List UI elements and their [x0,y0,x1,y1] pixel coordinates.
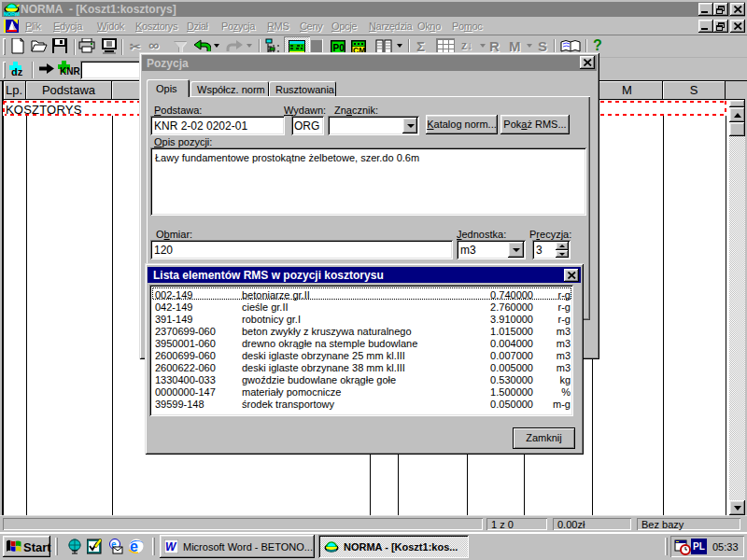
svg-text:W: W [165,540,177,553]
